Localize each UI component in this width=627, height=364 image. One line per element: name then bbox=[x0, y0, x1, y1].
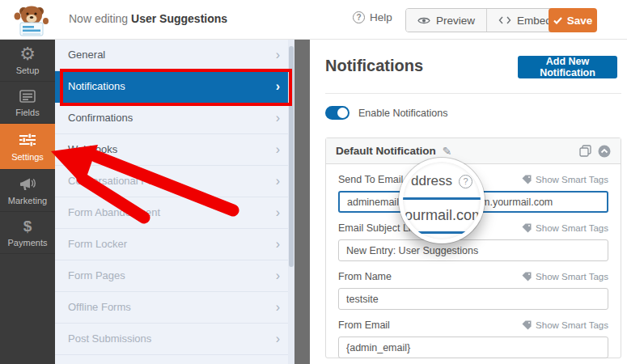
menu-item-form-pages[interactable]: Form Pages› bbox=[55, 260, 288, 292]
magnified-input-border bbox=[400, 197, 485, 200]
from-name-input[interactable] bbox=[338, 288, 608, 310]
gear-icon: ⚙ bbox=[19, 45, 36, 62]
help-button[interactable]: ? Help bbox=[353, 11, 392, 23]
panel-divider bbox=[294, 36, 310, 364]
megaphone-icon bbox=[19, 176, 36, 193]
help-icon: ? bbox=[459, 175, 472, 188]
menu-item-form-locker[interactable]: Form Locker› bbox=[55, 229, 288, 260]
default-notification-card: Default Notification ✎ Send To Email Add… bbox=[325, 138, 621, 358]
check-icon bbox=[553, 17, 562, 24]
from-name-field-group: From Name Show Smart Tags bbox=[338, 271, 608, 310]
chevron-right-icon: › bbox=[276, 103, 280, 133]
show-smart-tags-link[interactable]: Show Smart Tags bbox=[522, 320, 608, 330]
preview-embed-group: Preview Embed bbox=[405, 8, 564, 32]
chevron-right-icon: › bbox=[276, 71, 280, 102]
now-editing-title: Now editing User Suggestions bbox=[69, 12, 227, 25]
chevron-right-icon: › bbox=[276, 260, 280, 291]
menu-item-confirmations[interactable]: Confirmations› bbox=[55, 103, 288, 134]
chevron-right-icon: › bbox=[276, 292, 280, 323]
show-smart-tags-link[interactable]: Show Smart Tags bbox=[522, 223, 608, 233]
sidebar-item-fields[interactable]: Fields bbox=[0, 82, 55, 124]
sidebar-item-marketing[interactable]: Marketing bbox=[0, 170, 55, 212]
menu-scrollbar-thumb[interactable] bbox=[289, 46, 294, 267]
chevron-right-icon: › bbox=[276, 40, 280, 70]
help-icon: ? bbox=[353, 11, 365, 23]
menu-item-conversational-forms[interactable]: Conversational Forms› bbox=[55, 166, 288, 197]
menu-item-partial bbox=[55, 355, 288, 364]
settings-menu: General› Notifications› Confirmations› W… bbox=[55, 40, 288, 364]
notification-title: Default Notification bbox=[336, 145, 436, 157]
menu-item-general[interactable]: General› bbox=[55, 40, 288, 71]
show-smart-tags-link[interactable]: Show Smart Tags bbox=[522, 272, 608, 281]
tag-icon bbox=[522, 223, 532, 233]
tag-icon bbox=[522, 272, 532, 281]
tag-icon bbox=[522, 320, 532, 330]
page-title: Notifications bbox=[325, 57, 423, 75]
magnified-label-fragment: ddress ? bbox=[411, 173, 472, 189]
chevron-right-icon: › bbox=[276, 197, 280, 228]
collapse-chevron-icon[interactable] bbox=[598, 145, 611, 158]
chevron-right-icon: › bbox=[276, 134, 280, 165]
sidebar-item-setup[interactable]: ⚙ Setup bbox=[0, 40, 55, 82]
save-button[interactable]: Save bbox=[549, 8, 597, 32]
fields-icon bbox=[19, 87, 36, 104]
chevron-right-icon: › bbox=[276, 324, 280, 354]
menu-item-offline-forms[interactable]: Offline Forms› bbox=[55, 292, 288, 324]
menu-item-form-abandonment[interactable]: Form Abandonment› bbox=[55, 197, 288, 229]
wpforms-logo-icon bbox=[13, 3, 49, 37]
builder-sidebar: ⚙ Setup Fields Settings bbox=[0, 40, 55, 364]
from-email-input[interactable] bbox=[338, 336, 608, 358]
email-subject-input[interactable] bbox=[338, 239, 608, 261]
form-name: User Suggestions bbox=[131, 12, 227, 25]
dollar-icon: $ bbox=[23, 218, 32, 235]
tag-icon bbox=[522, 175, 532, 184]
from-email-field-group: From Email Show Smart Tags bbox=[338, 320, 608, 358]
menu-item-notifications[interactable]: Notifications› bbox=[55, 71, 288, 103]
eye-icon bbox=[417, 16, 430, 25]
default-notification-header: Default Notification ✎ bbox=[326, 138, 621, 164]
magnifier-lens-annotation: ddress ? ourmail.com, team Line bbox=[399, 158, 485, 243]
enable-notifications-toggle[interactable] bbox=[325, 106, 350, 120]
field-label: From Email bbox=[338, 320, 390, 331]
chevron-right-icon: › bbox=[276, 166, 280, 197]
sliders-icon bbox=[19, 132, 36, 149]
divider bbox=[325, 93, 621, 94]
sidebar-item-settings[interactable]: Settings bbox=[0, 124, 55, 170]
toggle-knob bbox=[337, 108, 348, 118]
edit-pencil-icon[interactable]: ✎ bbox=[443, 145, 452, 158]
enable-notifications-label: Enable Notifications bbox=[358, 108, 447, 119]
clone-icon[interactable] bbox=[579, 145, 591, 157]
sidebar-item-payments[interactable]: $ Payments bbox=[0, 212, 55, 254]
menu-item-webhooks[interactable]: Webhooks› bbox=[55, 134, 288, 166]
editing-prefix: Now editing bbox=[69, 12, 128, 25]
magnified-input-text: ourmail.com, team bbox=[405, 207, 485, 224]
preview-button[interactable]: Preview bbox=[406, 9, 486, 32]
chevron-right-icon: › bbox=[276, 229, 280, 260]
code-icon bbox=[498, 16, 511, 24]
add-new-notification-button[interactable]: Add New Notification bbox=[518, 56, 617, 78]
show-smart-tags-link[interactable]: Show Smart Tags bbox=[522, 175, 608, 184]
menu-item-post-submissions[interactable]: Post Submissions› bbox=[55, 324, 288, 355]
top-toolbar: Now editing User Suggestions ? Help Prev… bbox=[0, 0, 627, 40]
field-label: From Name bbox=[338, 271, 392, 282]
